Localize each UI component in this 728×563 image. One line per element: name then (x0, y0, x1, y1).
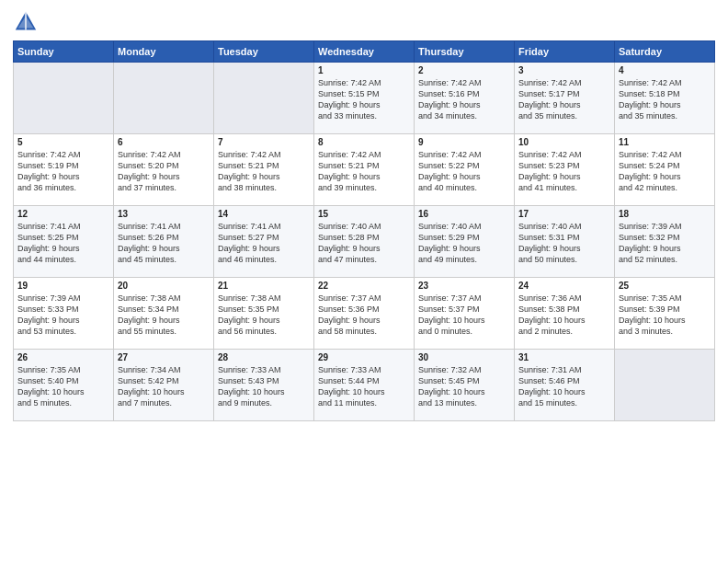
cell-info: Sunrise: 7:40 AM Sunset: 5:28 PM Dayligh… (318, 222, 381, 264)
cell-info: Sunrise: 7:40 AM Sunset: 5:29 PM Dayligh… (418, 222, 482, 264)
cell-info: Sunrise: 7:42 AM Sunset: 5:23 PM Dayligh… (518, 150, 582, 192)
calendar-cell: 1Sunrise: 7:42 AM Sunset: 5:15 PM Daylig… (314, 63, 415, 134)
cell-info: Sunrise: 7:40 AM Sunset: 5:31 PM Dayligh… (518, 222, 582, 264)
day-number: 10 (518, 137, 610, 147)
cell-info: Sunrise: 7:41 AM Sunset: 5:25 PM Dayligh… (17, 222, 81, 264)
day-number: 22 (318, 281, 410, 291)
calendar-cell: 13Sunrise: 7:41 AM Sunset: 5:26 PM Dayli… (114, 206, 214, 278)
calendar-cell: 12Sunrise: 7:41 AM Sunset: 5:25 PM Dayli… (14, 206, 114, 278)
calendar-cell: 26Sunrise: 7:35 AM Sunset: 5:40 PM Dayli… (14, 350, 114, 421)
week-row-3: 12Sunrise: 7:41 AM Sunset: 5:25 PM Dayli… (14, 206, 715, 278)
day-number: 26 (17, 352, 109, 362)
calendar-cell: 19Sunrise: 7:39 AM Sunset: 5:33 PM Dayli… (14, 278, 114, 350)
calendar-cell: 2Sunrise: 7:42 AM Sunset: 5:16 PM Daylig… (415, 63, 515, 134)
cell-info: Sunrise: 7:42 AM Sunset: 5:22 PM Dayligh… (418, 150, 482, 192)
cell-info: Sunrise: 7:42 AM Sunset: 5:20 PM Dayligh… (118, 150, 181, 192)
week-row-4: 19Sunrise: 7:39 AM Sunset: 5:33 PM Dayli… (14, 278, 715, 350)
day-number: 21 (218, 281, 310, 291)
logo (13, 9, 42, 35)
day-number: 16 (418, 209, 510, 219)
cell-info: Sunrise: 7:41 AM Sunset: 5:26 PM Dayligh… (118, 222, 181, 264)
week-row-1: 1Sunrise: 7:42 AM Sunset: 5:15 PM Daylig… (14, 63, 715, 134)
calendar-cell (114, 63, 214, 134)
calendar-cell: 5Sunrise: 7:42 AM Sunset: 5:19 PM Daylig… (14, 134, 114, 206)
day-number: 8 (318, 137, 410, 147)
week-row-2: 5Sunrise: 7:42 AM Sunset: 5:19 PM Daylig… (14, 134, 715, 206)
cell-info: Sunrise: 7:42 AM Sunset: 5:19 PM Dayligh… (17, 150, 81, 192)
cell-info: Sunrise: 7:42 AM Sunset: 5:17 PM Dayligh… (518, 78, 582, 121)
cell-info: Sunrise: 7:42 AM Sunset: 5:24 PM Dayligh… (619, 150, 682, 192)
cell-info: Sunrise: 7:35 AM Sunset: 5:40 PM Dayligh… (17, 365, 85, 408)
day-header-friday: Friday (515, 41, 615, 63)
cell-info: Sunrise: 7:42 AM Sunset: 5:21 PM Dayligh… (218, 150, 281, 192)
calendar-cell: 28Sunrise: 7:33 AM Sunset: 5:43 PM Dayli… (214, 350, 314, 421)
cell-info: Sunrise: 7:33 AM Sunset: 5:43 PM Dayligh… (218, 365, 285, 408)
cell-info: Sunrise: 7:37 AM Sunset: 5:36 PM Dayligh… (318, 293, 381, 336)
day-number: 30 (418, 352, 510, 362)
calendar-cell: 25Sunrise: 7:35 AM Sunset: 5:39 PM Dayli… (615, 278, 715, 350)
calendar-cell: 18Sunrise: 7:39 AM Sunset: 5:32 PM Dayli… (615, 206, 715, 278)
week-row-5: 26Sunrise: 7:35 AM Sunset: 5:40 PM Dayli… (14, 350, 715, 421)
day-number: 4 (619, 65, 711, 75)
calendar-cell: 4Sunrise: 7:42 AM Sunset: 5:18 PM Daylig… (615, 63, 715, 134)
calendar-cell: 20Sunrise: 7:38 AM Sunset: 5:34 PM Dayli… (114, 278, 214, 350)
calendar-cell: 17Sunrise: 7:40 AM Sunset: 5:31 PM Dayli… (515, 206, 615, 278)
calendar-cell (615, 350, 715, 421)
cell-info: Sunrise: 7:42 AM Sunset: 5:21 PM Dayligh… (318, 150, 381, 192)
day-header-saturday: Saturday (615, 41, 715, 63)
calendar-table: SundayMondayTuesdayWednesdayThursdayFrid… (13, 40, 715, 421)
day-number: 24 (518, 281, 610, 291)
day-number: 13 (118, 209, 210, 219)
calendar-cell: 14Sunrise: 7:41 AM Sunset: 5:27 PM Dayli… (214, 206, 314, 278)
cell-info: Sunrise: 7:31 AM Sunset: 5:46 PM Dayligh… (518, 365, 586, 408)
calendar-cell: 24Sunrise: 7:36 AM Sunset: 5:38 PM Dayli… (515, 278, 615, 350)
days-header-row: SundayMondayTuesdayWednesdayThursdayFrid… (14, 41, 715, 63)
calendar-cell: 23Sunrise: 7:37 AM Sunset: 5:37 PM Dayli… (415, 278, 515, 350)
calendar-cell (14, 63, 114, 134)
day-number: 7 (218, 137, 310, 147)
day-number: 14 (218, 209, 310, 219)
day-number: 2 (418, 65, 510, 75)
day-number: 6 (118, 137, 210, 147)
cell-info: Sunrise: 7:42 AM Sunset: 5:16 PM Dayligh… (418, 78, 482, 121)
day-header-tuesday: Tuesday (214, 41, 314, 63)
day-number: 29 (318, 352, 410, 362)
calendar-cell: 11Sunrise: 7:42 AM Sunset: 5:24 PM Dayli… (615, 134, 715, 206)
calendar-cell (214, 63, 314, 134)
cell-info: Sunrise: 7:39 AM Sunset: 5:33 PM Dayligh… (17, 293, 81, 336)
calendar-cell: 15Sunrise: 7:40 AM Sunset: 5:28 PM Dayli… (314, 206, 415, 278)
day-number: 28 (218, 352, 310, 362)
calendar-cell: 7Sunrise: 7:42 AM Sunset: 5:21 PM Daylig… (214, 134, 314, 206)
day-number: 12 (17, 209, 109, 219)
day-header-wednesday: Wednesday (314, 41, 415, 63)
day-number: 15 (318, 209, 410, 219)
calendar-cell: 31Sunrise: 7:31 AM Sunset: 5:46 PM Dayli… (515, 350, 615, 421)
calendar-cell: 6Sunrise: 7:42 AM Sunset: 5:20 PM Daylig… (114, 134, 214, 206)
calendar-cell: 8Sunrise: 7:42 AM Sunset: 5:21 PM Daylig… (314, 134, 415, 206)
day-number: 18 (619, 209, 711, 219)
cell-info: Sunrise: 7:41 AM Sunset: 5:27 PM Dayligh… (218, 222, 281, 264)
day-number: 20 (118, 281, 210, 291)
day-number: 11 (619, 137, 711, 147)
day-number: 25 (619, 281, 711, 291)
cell-info: Sunrise: 7:35 AM Sunset: 5:39 PM Dayligh… (619, 293, 686, 336)
calendar-container: SundayMondayTuesdayWednesdayThursdayFrid… (0, 0, 728, 429)
day-number: 1 (318, 65, 410, 75)
calendar-cell: 9Sunrise: 7:42 AM Sunset: 5:22 PM Daylig… (415, 134, 515, 206)
calendar-cell: 29Sunrise: 7:33 AM Sunset: 5:44 PM Dayli… (314, 350, 415, 421)
day-number: 19 (17, 281, 109, 291)
cell-info: Sunrise: 7:38 AM Sunset: 5:34 PM Dayligh… (118, 293, 181, 336)
day-number: 9 (418, 137, 510, 147)
calendar-cell: 30Sunrise: 7:32 AM Sunset: 5:45 PM Dayli… (415, 350, 515, 421)
cell-info: Sunrise: 7:37 AM Sunset: 5:37 PM Dayligh… (418, 293, 485, 336)
day-header-sunday: Sunday (14, 41, 114, 63)
calendar-cell: 3Sunrise: 7:42 AM Sunset: 5:17 PM Daylig… (515, 63, 615, 134)
calendar-cell: 10Sunrise: 7:42 AM Sunset: 5:23 PM Dayli… (515, 134, 615, 206)
calendar-cell: 16Sunrise: 7:40 AM Sunset: 5:29 PM Dayli… (415, 206, 515, 278)
day-number: 3 (518, 65, 610, 75)
day-number: 31 (518, 352, 610, 362)
cell-info: Sunrise: 7:32 AM Sunset: 5:45 PM Dayligh… (418, 365, 485, 408)
header-row (13, 9, 715, 35)
day-number: 23 (418, 281, 510, 291)
calendar-cell: 27Sunrise: 7:34 AM Sunset: 5:42 PM Dayli… (114, 350, 214, 421)
